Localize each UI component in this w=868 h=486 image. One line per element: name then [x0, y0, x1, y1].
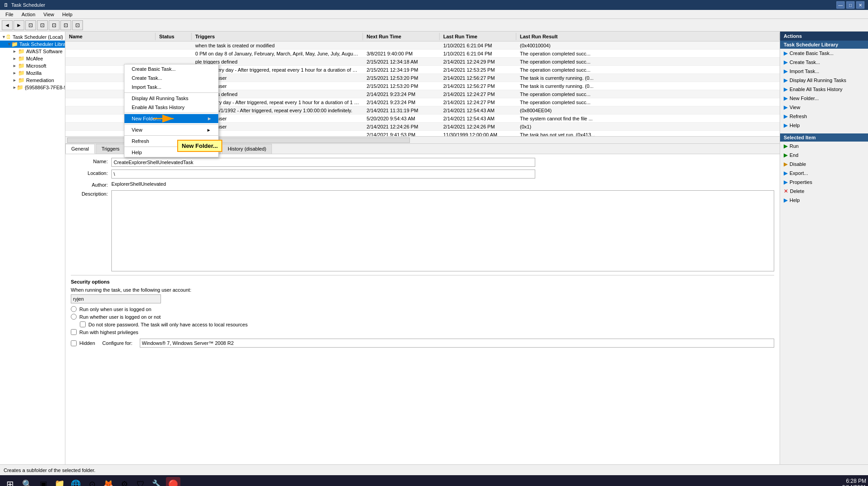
- cell-next: 3/8/2021 9:40:00 PM: [363, 50, 440, 57]
- taskbar-file-explorer[interactable]: 📁: [52, 477, 67, 486]
- ctx-create-task[interactable]: Create Task...: [124, 73, 218, 83]
- taskbar-firefox[interactable]: 🦊: [101, 477, 115, 486]
- action-icon-run: ▶: [784, 143, 788, 149]
- actions-title: Actions: [780, 32, 868, 41]
- tabs-area: General Triggers Actions Conditions Sett…: [65, 143, 780, 464]
- action-run[interactable]: ▶ Run: [780, 142, 868, 151]
- table-header: Name Status Triggers Next Run Time Last …: [65, 32, 780, 41]
- cell-result: The operation completed succ...: [516, 91, 780, 97]
- taskbar-shield[interactable]: 🛡: [133, 477, 148, 486]
- action-help-bottom[interactable]: ▶ Help: [780, 196, 868, 205]
- ctx-view[interactable]: View ►: [124, 125, 218, 134]
- checkbox-no-store[interactable]: Do not store password. The task will onl…: [71, 321, 774, 327]
- tab-triggers[interactable]: Triggers: [96, 144, 125, 154]
- action-enable-history[interactable]: ▶ Enable All Tasks History: [780, 85, 868, 94]
- taskbar-app1[interactable]: 🔧: [150, 477, 164, 486]
- taskbar-search[interactable]: 🔍: [20, 477, 34, 486]
- action-properties[interactable]: ▶ Properties: [780, 178, 868, 187]
- action-label-help-bottom: Help: [790, 197, 800, 203]
- tab-general[interactable]: General: [65, 144, 95, 154]
- start-button[interactable]: ⊞: [2, 476, 18, 486]
- table-row[interactable]: when the task is created or modified 1/1…: [65, 41, 780, 50]
- tree-item-mozilla[interactable]: ► 📁 Mozilla: [0, 69, 65, 77]
- tree-item-remediation[interactable]: ► 📁 Remediation: [0, 77, 65, 84]
- action-icon-refresh: ▶: [784, 113, 788, 119]
- col-header-name[interactable]: Name: [65, 33, 156, 40]
- checkbox-btn-no-store[interactable]: [80, 321, 86, 327]
- col-header-next[interactable]: Next Run Time: [363, 33, 440, 40]
- col-header-status[interactable]: Status: [156, 33, 192, 40]
- tree-icon-guid: 📁: [17, 84, 23, 91]
- toolbar-btn7[interactable]: ⊡: [72, 20, 83, 30]
- action-disable[interactable]: ▶ Disable: [780, 160, 868, 169]
- toolbar-forward[interactable]: ►: [14, 20, 24, 30]
- textarea-description[interactable]: [111, 190, 774, 271]
- maximize-button[interactable]: □: [846, 1, 854, 9]
- taskbar-chrome[interactable]: ⊙: [85, 477, 99, 486]
- checkbox-btn-highest-priv[interactable]: [71, 329, 77, 335]
- cell-last: 2/14/2021 12:24:27 PM: [440, 91, 516, 97]
- user-account-input[interactable]: [71, 294, 161, 303]
- col-header-triggers[interactable]: Triggers: [192, 33, 363, 40]
- action-delete[interactable]: ✕ Delete: [780, 187, 868, 196]
- toolbar-btn5[interactable]: ⊡: [49, 20, 60, 30]
- col-header-result[interactable]: Last Run Result: [516, 33, 780, 40]
- tree-item-mcafee[interactable]: ► 📁 McAfee: [0, 55, 65, 62]
- action-create-basic-task[interactable]: ▶ Create Basic Task...: [780, 49, 868, 58]
- checkbox-highest-priv[interactable]: Run with highest privileges: [71, 329, 774, 335]
- cell-last: 2/14/2021 12:54:43 AM: [440, 107, 516, 114]
- table-row[interactable]: 0 PM on day 8 of January, February, Marc…: [65, 50, 780, 58]
- taskbar-time: 6:28 PM 2/14/2021: [842, 478, 866, 486]
- toolbar-back[interactable]: ◄: [2, 20, 13, 30]
- action-help-top[interactable]: ▶ Help: [780, 121, 868, 130]
- menu-action[interactable]: Action: [18, 11, 39, 18]
- action-refresh[interactable]: ▶ Refresh: [780, 112, 868, 121]
- cell-result: The system cannot find the file ...: [516, 115, 780, 122]
- configure-for-input[interactable]: [140, 339, 774, 348]
- action-display-running[interactable]: ▶ Display All Running Tasks: [780, 76, 868, 85]
- action-create-task[interactable]: ▶ Create Task...: [780, 58, 868, 67]
- cell-last: 2/14/2021 12:56:27 PM: [440, 75, 516, 81]
- action-end[interactable]: ▶ End: [780, 151, 868, 160]
- taskbar-settings[interactable]: ⚙: [117, 477, 132, 486]
- action-view[interactable]: ▶ View: [780, 103, 868, 112]
- ctx-enable-history[interactable]: Enable All Tasks History: [124, 103, 218, 112]
- menu-view[interactable]: View: [40, 11, 58, 18]
- radio-btn-whether-logged[interactable]: [71, 314, 77, 320]
- input-name[interactable]: [111, 158, 535, 167]
- action-export[interactable]: ▶ Export...: [780, 169, 868, 178]
- tab-history[interactable]: History (disabled): [222, 144, 272, 154]
- tree-item-root[interactable]: ▼ 🗓 Task Scheduler (Local): [0, 33, 65, 41]
- taskbar-app2[interactable]: 🔴: [166, 477, 180, 486]
- input-location[interactable]: [111, 170, 535, 179]
- toolbar-btn6[interactable]: ⊡: [60, 20, 71, 30]
- ctx-import-task[interactable]: Import Task...: [124, 83, 218, 92]
- tree-item-library[interactable]: ▼ 📁 Task Scheduler Library: [0, 41, 65, 48]
- menu-help[interactable]: Help: [59, 11, 76, 18]
- toolbar-btn3[interactable]: ⊡: [25, 20, 36, 30]
- ctx-create-basic-task[interactable]: Create Basic Task...: [124, 64, 218, 73]
- taskbar-edge[interactable]: 🌐: [69, 477, 83, 486]
- radio-btn-logged-on[interactable]: [71, 306, 77, 312]
- ctx-display-running[interactable]: Display All Running Tasks: [124, 94, 218, 103]
- close-button[interactable]: ✕: [856, 1, 864, 9]
- minimize-button[interactable]: —: [836, 1, 845, 9]
- tree-item-microsoft[interactable]: ► 📁 Microsoft: [0, 62, 65, 69]
- action-import-task[interactable]: ▶ Import Task...: [780, 67, 868, 76]
- tree-item-guid[interactable]: ► 📁 {595886F3-7FE8-9...: [0, 84, 65, 91]
- col-header-last[interactable]: Last Run Time: [440, 33, 516, 40]
- radio-whether-logged[interactable]: Run whether user is logged on or not: [71, 314, 774, 320]
- checkbox-hidden[interactable]: Hidden: [71, 340, 95, 346]
- menu-file[interactable]: File: [2, 11, 17, 18]
- tree-icon-microsoft: 📁: [18, 63, 25, 69]
- action-icon-help-bottom: ▶: [784, 197, 788, 203]
- toolbar-btn4[interactable]: ⊡: [37, 20, 48, 30]
- tree-item-avast[interactable]: ► 📁 AVAST Software: [0, 48, 65, 55]
- action-new-folder[interactable]: ▶ New Folder...: [780, 94, 868, 103]
- cell-triggers: 0 PM on day 8 of January, February, Marc…: [192, 50, 363, 57]
- title-bar-text: Task Scheduler: [11, 2, 45, 8]
- taskbar-task-view[interactable]: ▣: [36, 477, 51, 486]
- checkbox-label-no-store: Do not store password. The task will onl…: [88, 322, 248, 327]
- checkbox-btn-hidden[interactable]: [71, 340, 77, 346]
- radio-logged-on[interactable]: Run only when user is logged on: [71, 306, 774, 312]
